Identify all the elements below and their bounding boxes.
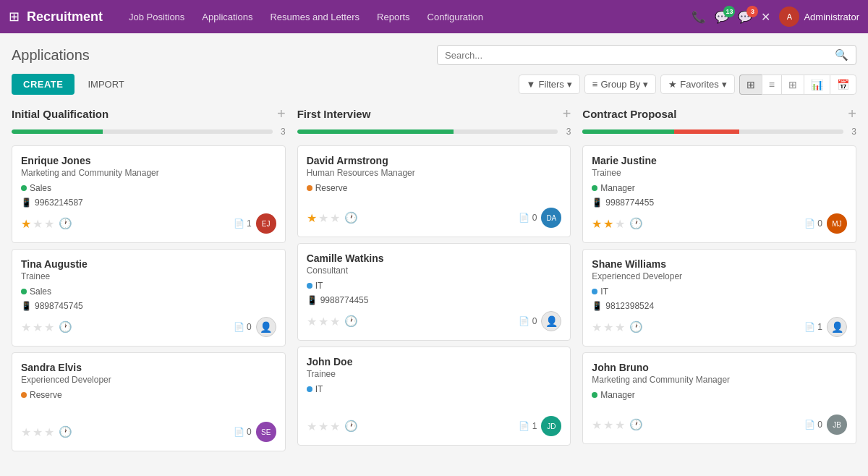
view-list-button[interactable]: ≡ bbox=[762, 75, 781, 95]
content-area: Applications 🔍 CREATE IMPORT ▼ Filters ▾… bbox=[0, 33, 868, 476]
import-button[interactable]: IMPORT bbox=[80, 74, 131, 95]
card-footer: ★ ★ ★ 🕐 📄 0 DA bbox=[307, 208, 562, 228]
view-graph-button[interactable]: 📊 bbox=[804, 75, 830, 95]
app-brand: Recruitment bbox=[27, 9, 103, 25]
view-kanban-button[interactable]: ⊞ bbox=[739, 75, 762, 95]
filters-button[interactable]: ▼ Filters ▾ bbox=[519, 75, 580, 94]
page-title: Applications bbox=[12, 47, 90, 64]
kanban-card[interactable]: John Doe Trainee IT ★ ★ ★ 🕐 📄 1 JD bbox=[297, 347, 571, 446]
card-right: 📄 0 MJ bbox=[804, 213, 847, 234]
favorites-button[interactable]: ★ Favorites ▾ bbox=[660, 75, 734, 94]
card-footer: ★ ★ ★ 🕐 📄 0 👤 bbox=[21, 317, 276, 337]
kanban-board: Initial Qualification + 3 Enrique Jones … bbox=[12, 106, 856, 457]
card-avatar: SE bbox=[256, 422, 276, 442]
chat-icon[interactable]: 💬 3 bbox=[738, 10, 752, 24]
col-title-initial-qual: Initial Qualification bbox=[12, 108, 109, 120]
nav-menu: Job Positions Applications Resumes and L… bbox=[122, 7, 687, 27]
kanban-card[interactable]: Shane Williams Experienced Developer IT … bbox=[582, 249, 856, 347]
user-name: Administrator bbox=[804, 12, 859, 22]
card-name: Camille Watkins bbox=[307, 252, 562, 264]
card-footer: ★ ★ ★ 🕐 📄 0 JB bbox=[592, 415, 847, 435]
doc-count: 📄 0 bbox=[804, 420, 822, 430]
card-job: Trainee bbox=[307, 369, 562, 379]
kanban-col-contract: Contract Proposal + 3 Marie Justine Trai… bbox=[582, 106, 856, 457]
card-footer: ★ ★ ★ 🕐 📄 0 MJ bbox=[592, 213, 847, 234]
doc-count: 📄 0 bbox=[519, 213, 537, 223]
card-tag: Sales bbox=[21, 183, 51, 193]
card-job: Experienced Developer bbox=[21, 375, 276, 385]
view-table-button[interactable]: ⊞ bbox=[781, 75, 804, 95]
kanban-card[interactable]: Enrique Jones Marketing and Community Ma… bbox=[12, 145, 286, 243]
card-stars: ★ ★ ★ 🕐 bbox=[307, 315, 358, 328]
filter-caret: ▾ bbox=[567, 79, 572, 90]
card-right: 📄 1 EJ bbox=[234, 213, 276, 234]
nav-item-applications[interactable]: Applications bbox=[195, 7, 260, 27]
topnav-icons: 📞 💬 13 💬 3 ✕ A Administrator bbox=[692, 7, 859, 27]
close-icon[interactable]: ✕ bbox=[761, 10, 770, 24]
col-add-initial-qual[interactable]: + bbox=[277, 106, 286, 121]
card-phone: 📱9812398524 bbox=[592, 301, 847, 311]
card-avatar: MJ bbox=[827, 213, 847, 234]
card-footer: ★ ★ ★ 🕐 📄 0 SE bbox=[21, 422, 276, 442]
groupby-button[interactable]: ≡ Group By ▾ bbox=[584, 75, 657, 94]
card-right: 📄 0 JB bbox=[804, 415, 847, 435]
nav-item-reports[interactable]: Reports bbox=[370, 7, 417, 27]
kanban-card[interactable]: Tina Augustie Trainee Sales 📱9898745745 … bbox=[12, 249, 286, 347]
kanban-col-initial-qual: Initial Qualification + 3 Enrique Jones … bbox=[12, 106, 286, 457]
nav-item-job-positions[interactable]: Job Positions bbox=[122, 7, 192, 27]
card-avatar-ghost: 👤 bbox=[827, 317, 847, 337]
search-input[interactable] bbox=[445, 50, 835, 61]
toolbar: CREATE IMPORT ▼ Filters ▾ ≡ Group By ▾ ★… bbox=[12, 74, 856, 95]
view-calendar-button[interactable]: 📅 bbox=[830, 75, 856, 95]
favorites-caret: ▾ bbox=[722, 79, 727, 90]
card-footer: ★ ★ ★ 🕐 📄 0 👤 bbox=[307, 311, 562, 331]
card-phone: 📱9988774455 bbox=[592, 197, 847, 208]
card-avatar: DA bbox=[541, 208, 561, 228]
card-tag: IT bbox=[592, 286, 608, 297]
messages-icon[interactable]: 💬 13 bbox=[715, 10, 729, 24]
kanban-card[interactable]: Sandra Elvis Experienced Developer Reser… bbox=[12, 352, 286, 451]
card-job: Trainee bbox=[592, 168, 847, 178]
card-tag: Reserve bbox=[307, 183, 348, 193]
card-name: John Doe bbox=[307, 356, 562, 367]
col-add-contract[interactable]: + bbox=[848, 106, 856, 121]
kanban-card[interactable]: John Bruno Marketing and Community Manag… bbox=[582, 352, 856, 444]
col-progress-first-interview: 3 bbox=[297, 127, 571, 137]
card-job: Human Resources Manager bbox=[307, 168, 562, 178]
card-name: Enrique Jones bbox=[21, 155, 276, 166]
chat-badge: 3 bbox=[746, 6, 758, 17]
user-avatar[interactable]: A Administrator bbox=[779, 7, 859, 27]
phone-icon[interactable]: 📞 bbox=[692, 10, 706, 24]
nav-item-configuration[interactable]: Configuration bbox=[420, 7, 490, 27]
card-footer: ★ ★ ★ 🕐 📄 1 EJ bbox=[21, 213, 276, 234]
col-add-first-interview[interactable]: + bbox=[563, 106, 571, 121]
card-phone: 📱9898745745 bbox=[21, 301, 276, 311]
card-tag: Reserve bbox=[21, 390, 62, 400]
card-phone: 📱9963214587 bbox=[21, 197, 276, 208]
doc-count: 📄 0 bbox=[804, 218, 822, 229]
card-right: 📄 1 JD bbox=[519, 416, 561, 436]
kanban-card[interactable]: David Armstrong Human Resources Manager … bbox=[297, 145, 571, 237]
kanban-col-first-interview: First Interview + 3 David Armstrong Huma… bbox=[297, 106, 571, 457]
nav-item-resumes[interactable]: Resumes and Letters bbox=[263, 7, 367, 27]
card-stars: ★ ★ ★ 🕐 bbox=[307, 211, 358, 225]
card-job: Consultant bbox=[307, 265, 562, 276]
view-switcher: ⊞ ≡ ⊞ 📊 📅 bbox=[739, 75, 856, 95]
kanban-card[interactable]: Camille Watkins Consultant IT 📱998877445… bbox=[297, 243, 571, 341]
filters-label: Filters bbox=[538, 79, 563, 90]
card-right: 📄 0 👤 bbox=[234, 317, 276, 337]
doc-count: 📄 1 bbox=[519, 421, 537, 431]
col-progress-contract: 3 bbox=[582, 127, 856, 137]
star-icon: ★ bbox=[668, 79, 677, 90]
groupby-icon: ≡ bbox=[592, 79, 598, 90]
doc-count: 📄 0 bbox=[234, 322, 252, 332]
kanban-card[interactable]: Marie Justine Trainee Manager 📱998877445… bbox=[582, 145, 856, 243]
create-button[interactable]: CREATE bbox=[12, 74, 75, 95]
card-phone: 📱9988774455 bbox=[307, 295, 562, 305]
grid-icon[interactable]: ⊞ bbox=[9, 9, 20, 25]
col-title-contract: Contract Proposal bbox=[582, 108, 676, 120]
card-right: 📄 1 👤 bbox=[804, 317, 847, 337]
card-avatar-ghost: 👤 bbox=[256, 317, 276, 337]
search-icon[interactable]: 🔍 bbox=[835, 48, 848, 61]
toolbar-left: CREATE IMPORT bbox=[12, 74, 132, 95]
